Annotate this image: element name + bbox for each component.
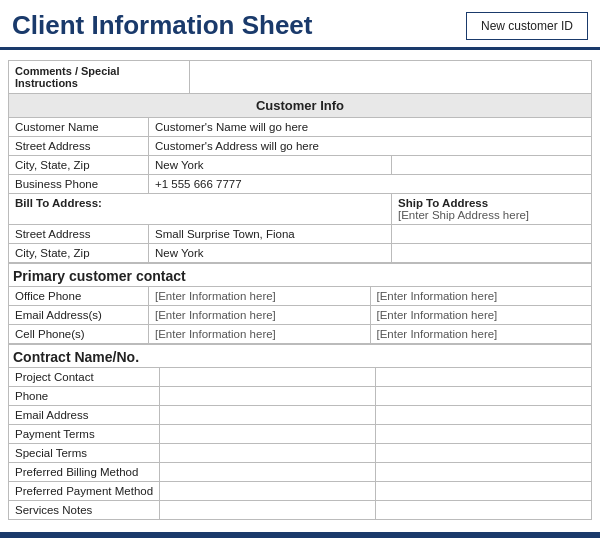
email-col1[interactable]: [Enter Information here] [149,306,371,325]
table-row: Services Notes [9,501,592,520]
table-row: Street Address Small Surprise Town, Fion… [9,225,592,244]
services-notes-label: Services Notes [9,501,160,520]
customer-info-table: Customer Name Customer's Name will go he… [8,117,592,263]
main-content: Comments / Special Instructions Customer… [0,50,600,528]
customer-name-label: Customer Name [9,118,149,137]
email-address-contract-label: Email Address [9,406,160,425]
table-row: Street Address Customer's Address will g… [9,137,592,156]
email-address-label: Email Address(s) [9,306,149,325]
payment-terms-value[interactable] [160,425,376,444]
city-state-zip-label: City, State, Zip [9,156,149,175]
project-contact-col2[interactable] [376,368,592,387]
project-contact-label: Project Contact [9,368,160,387]
bottom-bar [0,532,600,538]
ship-street-value[interactable] [392,225,592,244]
phone-label: Phone [9,387,160,406]
business-phone-value[interactable]: +1 555 666 7777 [149,175,592,194]
ship-to-placeholder[interactable]: [Enter Ship Address here] [398,209,529,221]
special-terms-col2[interactable] [376,444,592,463]
page-title: Client Information Sheet [12,10,312,41]
special-terms-value[interactable] [160,444,376,463]
comments-label: Comments / Special Instructions [9,61,189,93]
services-notes-value[interactable] [160,501,376,520]
business-phone-label: Business Phone [9,175,149,194]
table-row: Customer Name Customer's Name will go he… [9,118,592,137]
project-contact-value[interactable] [160,368,376,387]
office-phone-col2[interactable]: [Enter Information here] [370,287,592,306]
email-address-contract-value[interactable] [160,406,376,425]
table-row: Business Phone +1 555 666 7777 [9,175,592,194]
bill-ship-header-row: Bill To Address: Ship To Address [Enter … [9,194,592,225]
bill-city-label: City, State, Zip [9,244,149,263]
bill-street-label: Street Address [9,225,149,244]
street-address-label: Street Address [9,137,149,156]
table-row: City, State, Zip New York [9,156,592,175]
cell-col1[interactable]: [Enter Information here] [149,325,371,344]
primary-contact-section-title: Primary customer contact [8,263,592,286]
phone-col2[interactable] [376,387,592,406]
bill-street-value[interactable]: Small Surprise Town, Fiona [149,225,392,244]
payment-terms-col2[interactable] [376,425,592,444]
page-header: Client Information Sheet New customer ID [0,0,600,50]
ship-to-label: Ship To Address [Enter Ship Address here… [392,194,592,225]
table-row: Special Terms [9,444,592,463]
preferred-billing-value[interactable] [160,463,376,482]
preferred-payment-label: Preferred Payment Method [9,482,160,501]
contract-table: Project Contact Phone Email Address Paym… [8,367,592,520]
bill-to-empty [149,194,392,225]
table-row: Preferred Payment Method [9,482,592,501]
bill-city-value[interactable]: New York [149,244,392,263]
email-address-contract-col2[interactable] [376,406,592,425]
table-row: Office Phone [Enter Information here] [E… [9,287,592,306]
table-row: Email Address(s) [Enter Information here… [9,306,592,325]
ship-to-heading: Ship To Address [398,197,488,209]
cell-col2[interactable]: [Enter Information here] [370,325,592,344]
special-terms-label: Special Terms [9,444,160,463]
ship-city-value[interactable] [392,244,592,263]
comments-value[interactable] [189,61,591,93]
phone-value[interactable] [160,387,376,406]
table-row: Project Contact [9,368,592,387]
table-row: Payment Terms [9,425,592,444]
payment-terms-label: Payment Terms [9,425,160,444]
comments-row: Comments / Special Instructions [8,60,592,93]
primary-contact-table: Office Phone [Enter Information here] [E… [8,286,592,344]
office-phone-col1[interactable]: [Enter Information here] [149,287,371,306]
preferred-billing-col2[interactable] [376,463,592,482]
preferred-payment-value[interactable] [160,482,376,501]
city-state-zip-extra[interactable] [392,156,592,175]
email-col2[interactable]: [Enter Information here] [370,306,592,325]
city-state-zip-value[interactable]: New York [149,156,392,175]
table-row: Phone [9,387,592,406]
table-row: Preferred Billing Method [9,463,592,482]
bill-to-label: Bill To Address: [9,194,149,225]
preferred-billing-label: Preferred Billing Method [9,463,160,482]
street-address-value[interactable]: Customer's Address will go here [149,137,592,156]
customer-info-section-title: Customer Info [8,93,592,117]
office-phone-label: Office Phone [9,287,149,306]
table-row: Email Address [9,406,592,425]
cell-phone-label: Cell Phone(s) [9,325,149,344]
contract-section-title: Contract Name/No. [8,344,592,367]
preferred-payment-col2[interactable] [376,482,592,501]
table-row: Cell Phone(s) [Enter Information here] [… [9,325,592,344]
customer-name-value[interactable]: Customer's Name will go here [149,118,592,137]
services-notes-col2[interactable] [376,501,592,520]
table-row: City, State, Zip New York [9,244,592,263]
new-customer-button[interactable]: New customer ID [466,12,588,40]
